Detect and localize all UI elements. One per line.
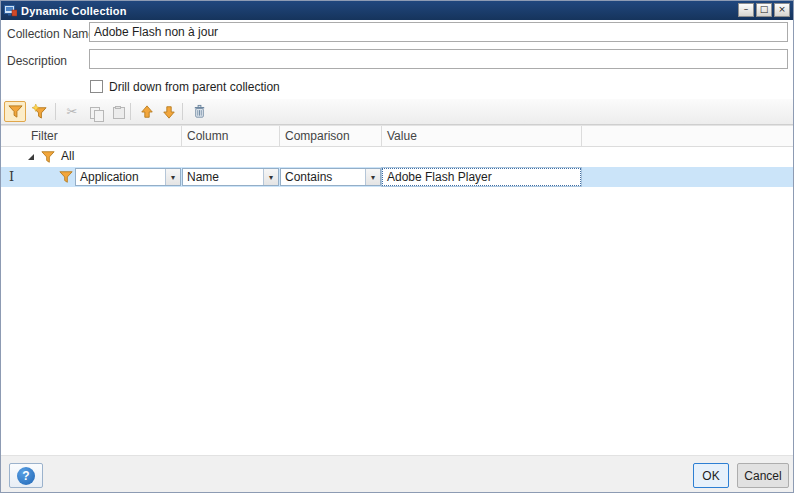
toolbar-separator: [130, 103, 131, 120]
column-dropdown[interactable]: Name ▾: [182, 168, 279, 186]
filter-row-selected[interactable]: Application ▾ Name ▾ Contains ▾ Adobe Fl…: [1, 167, 794, 187]
header-filter: Filter: [31, 129, 58, 143]
filter-icon: [8, 104, 23, 119]
move-down-button[interactable]: [158, 101, 180, 122]
add-filter-icon: [32, 104, 47, 119]
cut-button: ✂: [61, 101, 83, 122]
value-input[interactable]: Adobe Flash Player: [382, 168, 581, 186]
arrow-up-icon: [140, 105, 154, 119]
footer-bar: ? OK Cancel: [1, 455, 794, 493]
filter-toggle-button[interactable]: [4, 101, 26, 122]
filter-type-dropdown[interactable]: Application ▾: [75, 168, 181, 186]
description-label: Description: [7, 54, 67, 68]
add-filter-button[interactable]: [28, 101, 50, 122]
chevron-down-icon[interactable]: ▾: [263, 169, 278, 185]
comparison-dropdown[interactable]: Contains ▾: [280, 168, 381, 186]
toolbar-separator: [55, 103, 56, 120]
ok-button[interactable]: OK: [693, 463, 729, 488]
row-edit-marker: I: [4, 169, 19, 185]
filter-icon: [41, 150, 55, 164]
cancel-button[interactable]: Cancel: [737, 463, 789, 488]
dynamic-collection-dialog: Dynamic Collection – □ × Collection Name…: [0, 0, 794, 493]
paste-icon: [108, 104, 124, 120]
app-icon: [4, 4, 17, 17]
drill-down-checkbox[interactable]: [90, 80, 103, 93]
help-icon: ?: [17, 467, 35, 485]
delete-filter-button[interactable]: [188, 101, 210, 122]
filter-root-row[interactable]: All: [1, 147, 794, 167]
move-up-button[interactable]: [136, 101, 158, 122]
minimize-button[interactable]: –: [738, 3, 754, 17]
trash-icon: [192, 104, 207, 119]
root-row-label: All: [61, 149, 74, 163]
filter-toolbar: ✂: [1, 99, 794, 125]
value-text: Adobe Flash Player: [387, 170, 492, 184]
collection-name-label: Collection Name: [7, 27, 95, 41]
close-button[interactable]: ×: [774, 3, 790, 17]
filter-type-value: Application: [76, 170, 165, 184]
column-value: Name: [183, 170, 263, 184]
title-bar[interactable]: Dynamic Collection – □ ×: [1, 1, 793, 20]
toolbar-separator: [182, 103, 183, 120]
cut-icon: ✂: [67, 104, 78, 119]
filter-icon: [59, 170, 73, 184]
arrow-down-icon: [162, 105, 176, 119]
description-input[interactable]: [89, 49, 788, 69]
window-title: Dynamic Collection: [21, 5, 127, 17]
grid-header: Filter Column Comparison Value: [1, 125, 794, 147]
copy-button: [83, 101, 105, 122]
comparison-value: Contains: [281, 170, 365, 184]
chevron-down-icon[interactable]: ▾: [365, 169, 380, 185]
maximize-button[interactable]: □: [756, 3, 772, 17]
copy-icon: [86, 104, 102, 120]
chevron-down-icon[interactable]: ▾: [165, 169, 180, 185]
help-button[interactable]: ?: [9, 463, 43, 488]
header-comparison: Comparison: [285, 129, 350, 143]
paste-button: [105, 101, 127, 122]
drill-down-label: Drill down from parent collection: [109, 80, 280, 94]
header-column: Column: [187, 129, 228, 143]
collection-name-input[interactable]: [89, 22, 788, 42]
header-value: Value: [387, 129, 417, 143]
expander-icon[interactable]: [28, 154, 34, 160]
